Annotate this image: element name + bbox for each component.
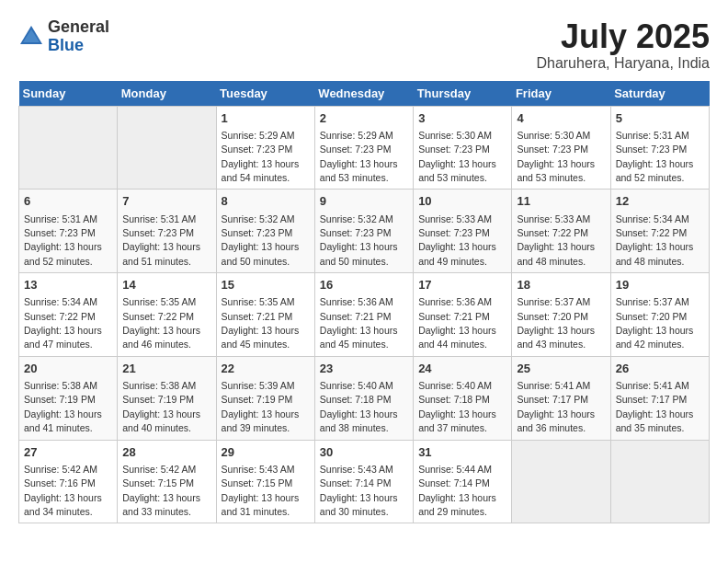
cell-info: Sunrise: 5:29 AM Sunset: 7:23 PM Dayligh… bbox=[222, 130, 300, 183]
day-number: 17 bbox=[418, 277, 506, 293]
cell-info: Sunrise: 5:42 AM Sunset: 7:16 PM Dayligh… bbox=[24, 464, 102, 517]
day-number: 13 bbox=[24, 277, 112, 293]
cell-info: Sunrise: 5:31 AM Sunset: 7:23 PM Dayligh… bbox=[122, 213, 200, 267]
header-cell-wednesday: Wednesday bbox=[314, 81, 413, 107]
cell-info: Sunrise: 5:31 AM Sunset: 7:23 PM Dayligh… bbox=[616, 130, 694, 183]
cell-info: Sunrise: 5:40 AM Sunset: 7:18 PM Dayligh… bbox=[320, 380, 398, 433]
week-row-2: 6Sunrise: 5:31 AM Sunset: 7:23 PM Daylig… bbox=[19, 190, 710, 273]
calendar-cell: 15Sunrise: 5:35 AM Sunset: 7:21 PM Dayli… bbox=[216, 273, 314, 357]
calendar-cell: 17Sunrise: 5:36 AM Sunset: 7:21 PM Dayli… bbox=[414, 273, 512, 357]
calendar-cell: 31Sunrise: 5:44 AM Sunset: 7:14 PM Dayli… bbox=[414, 440, 512, 523]
calendar-cell: 21Sunrise: 5:38 AM Sunset: 7:19 PM Dayli… bbox=[118, 356, 216, 440]
day-number: 31 bbox=[418, 444, 506, 461]
cell-info: Sunrise: 5:36 AM Sunset: 7:21 PM Dayligh… bbox=[418, 296, 496, 350]
day-number: 29 bbox=[222, 444, 310, 461]
week-row-5: 27Sunrise: 5:42 AM Sunset: 7:16 PM Dayli… bbox=[19, 440, 710, 523]
calendar-cell: 7Sunrise: 5:31 AM Sunset: 7:23 PM Daylig… bbox=[118, 190, 216, 273]
week-row-4: 20Sunrise: 5:38 AM Sunset: 7:19 PM Dayli… bbox=[19, 356, 710, 440]
month-title: July 2025 bbox=[536, 18, 710, 55]
cell-info: Sunrise: 5:32 AM Sunset: 7:23 PM Dayligh… bbox=[320, 213, 398, 267]
header-row: SundayMondayTuesdayWednesdayThursdayFrid… bbox=[19, 81, 710, 107]
header-cell-sunday: Sunday bbox=[19, 81, 118, 107]
day-number: 5 bbox=[616, 110, 704, 127]
calendar-cell: 3Sunrise: 5:30 AM Sunset: 7:23 PM Daylig… bbox=[414, 106, 512, 190]
cell-info: Sunrise: 5:37 AM Sunset: 7:20 PM Dayligh… bbox=[517, 296, 595, 350]
day-number: 10 bbox=[418, 193, 506, 210]
cell-info: Sunrise: 5:29 AM Sunset: 7:23 PM Dayligh… bbox=[320, 130, 398, 183]
calendar-cell: 27Sunrise: 5:42 AM Sunset: 7:16 PM Dayli… bbox=[19, 440, 118, 523]
day-number: 15 bbox=[222, 277, 310, 293]
cell-info: Sunrise: 5:34 AM Sunset: 7:22 PM Dayligh… bbox=[616, 213, 694, 267]
day-number: 20 bbox=[24, 361, 112, 377]
cell-info: Sunrise: 5:42 AM Sunset: 7:15 PM Dayligh… bbox=[122, 464, 200, 517]
calendar-cell: 26Sunrise: 5:41 AM Sunset: 7:17 PM Dayli… bbox=[610, 356, 709, 440]
cell-info: Sunrise: 5:33 AM Sunset: 7:23 PM Dayligh… bbox=[418, 213, 496, 267]
cell-info: Sunrise: 5:37 AM Sunset: 7:20 PM Dayligh… bbox=[616, 296, 694, 350]
week-row-1: 1Sunrise: 5:29 AM Sunset: 7:23 PM Daylig… bbox=[19, 106, 710, 190]
cell-info: Sunrise: 5:32 AM Sunset: 7:23 PM Dayligh… bbox=[222, 213, 300, 267]
day-number: 24 bbox=[418, 361, 506, 377]
day-number: 2 bbox=[320, 110, 408, 127]
calendar-cell: 1Sunrise: 5:29 AM Sunset: 7:23 PM Daylig… bbox=[216, 106, 314, 190]
cell-info: Sunrise: 5:40 AM Sunset: 7:18 PM Dayligh… bbox=[418, 380, 496, 433]
day-number: 12 bbox=[616, 193, 704, 210]
cell-info: Sunrise: 5:41 AM Sunset: 7:17 PM Dayligh… bbox=[517, 380, 595, 433]
page-header: General Blue July 2025 Dharuhera, Haryan… bbox=[18, 18, 710, 72]
cell-info: Sunrise: 5:34 AM Sunset: 7:22 PM Dayligh… bbox=[24, 296, 102, 350]
calendar-cell: 29Sunrise: 5:43 AM Sunset: 7:15 PM Dayli… bbox=[216, 440, 314, 523]
day-number: 4 bbox=[517, 110, 605, 127]
day-number: 27 bbox=[24, 444, 112, 461]
calendar-cell: 23Sunrise: 5:40 AM Sunset: 7:18 PM Dayli… bbox=[314, 356, 413, 440]
calendar-cell: 8Sunrise: 5:32 AM Sunset: 7:23 PM Daylig… bbox=[216, 190, 314, 273]
day-number: 3 bbox=[418, 110, 506, 127]
header-cell-friday: Friday bbox=[512, 81, 610, 107]
calendar-cell bbox=[610, 440, 709, 523]
cell-info: Sunrise: 5:39 AM Sunset: 7:19 PM Dayligh… bbox=[222, 380, 300, 433]
logo-blue-text: Blue bbox=[48, 37, 109, 55]
calendar-cell: 28Sunrise: 5:42 AM Sunset: 7:15 PM Dayli… bbox=[118, 440, 216, 523]
calendar-cell: 25Sunrise: 5:41 AM Sunset: 7:17 PM Dayli… bbox=[512, 356, 610, 440]
cell-info: Sunrise: 5:41 AM Sunset: 7:17 PM Dayligh… bbox=[616, 380, 694, 433]
day-number: 6 bbox=[24, 193, 112, 210]
day-number: 26 bbox=[616, 361, 704, 377]
title-block: July 2025 Dharuhera, Haryana, India bbox=[536, 18, 710, 72]
day-number: 1 bbox=[222, 110, 310, 127]
day-number: 11 bbox=[517, 193, 605, 210]
header-cell-thursday: Thursday bbox=[414, 81, 512, 107]
day-number: 7 bbox=[122, 193, 210, 210]
calendar-cell: 9Sunrise: 5:32 AM Sunset: 7:23 PM Daylig… bbox=[314, 190, 413, 273]
calendar-cell: 4Sunrise: 5:30 AM Sunset: 7:23 PM Daylig… bbox=[512, 106, 610, 190]
header-cell-saturday: Saturday bbox=[610, 81, 709, 107]
calendar-cell: 14Sunrise: 5:35 AM Sunset: 7:22 PM Dayli… bbox=[118, 273, 216, 357]
day-number: 21 bbox=[122, 361, 210, 377]
cell-info: Sunrise: 5:43 AM Sunset: 7:15 PM Dayligh… bbox=[222, 464, 300, 517]
calendar-cell: 10Sunrise: 5:33 AM Sunset: 7:23 PM Dayli… bbox=[414, 190, 512, 273]
calendar-cell: 24Sunrise: 5:40 AM Sunset: 7:18 PM Dayli… bbox=[414, 356, 512, 440]
calendar-cell bbox=[118, 106, 216, 190]
calendar-cell: 19Sunrise: 5:37 AM Sunset: 7:20 PM Dayli… bbox=[610, 273, 709, 357]
header-cell-tuesday: Tuesday bbox=[216, 81, 314, 107]
cell-info: Sunrise: 5:30 AM Sunset: 7:23 PM Dayligh… bbox=[517, 130, 595, 183]
day-number: 25 bbox=[517, 361, 605, 377]
cell-info: Sunrise: 5:33 AM Sunset: 7:22 PM Dayligh… bbox=[517, 213, 595, 267]
calendar-cell: 20Sunrise: 5:38 AM Sunset: 7:19 PM Dayli… bbox=[19, 356, 118, 440]
week-row-3: 13Sunrise: 5:34 AM Sunset: 7:22 PM Dayli… bbox=[19, 273, 710, 357]
cell-info: Sunrise: 5:35 AM Sunset: 7:22 PM Dayligh… bbox=[122, 296, 200, 350]
day-number: 14 bbox=[122, 277, 210, 293]
day-number: 19 bbox=[616, 277, 704, 293]
day-number: 18 bbox=[517, 277, 605, 293]
cell-info: Sunrise: 5:38 AM Sunset: 7:19 PM Dayligh… bbox=[24, 380, 102, 433]
calendar-cell bbox=[19, 106, 118, 190]
calendar-cell: 22Sunrise: 5:39 AM Sunset: 7:19 PM Dayli… bbox=[216, 356, 314, 440]
cell-info: Sunrise: 5:36 AM Sunset: 7:21 PM Dayligh… bbox=[320, 296, 398, 350]
calendar-cell: 18Sunrise: 5:37 AM Sunset: 7:20 PM Dayli… bbox=[512, 273, 610, 357]
day-number: 28 bbox=[122, 444, 210, 461]
calendar-cell: 11Sunrise: 5:33 AM Sunset: 7:22 PM Dayli… bbox=[512, 190, 610, 273]
calendar-cell bbox=[512, 440, 610, 523]
logo-icon bbox=[18, 24, 44, 50]
day-number: 23 bbox=[320, 361, 408, 377]
calendar-cell: 5Sunrise: 5:31 AM Sunset: 7:23 PM Daylig… bbox=[610, 106, 709, 190]
cell-info: Sunrise: 5:43 AM Sunset: 7:14 PM Dayligh… bbox=[320, 464, 398, 517]
day-number: 8 bbox=[222, 193, 310, 210]
cell-info: Sunrise: 5:44 AM Sunset: 7:14 PM Dayligh… bbox=[418, 464, 496, 517]
